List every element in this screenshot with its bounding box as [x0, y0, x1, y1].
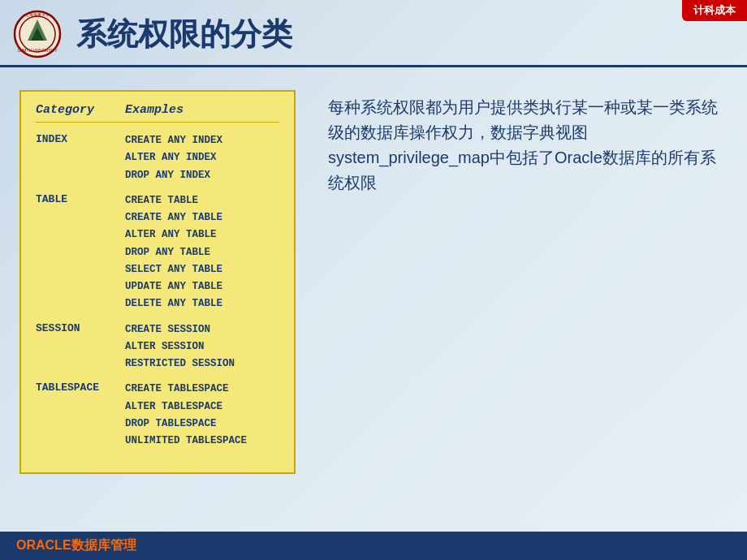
bottom-label: ORACLE数据库管理	[16, 537, 136, 554]
main-content: Category Examples INDEX CREATE ANY INDEX…	[0, 75, 747, 482]
examples-session: CREATE SESSION ALTER SESSION RESTRICTED …	[125, 321, 235, 373]
example-item: DROP TABLESPACE	[125, 416, 247, 433]
example-item: CREATE TABLE	[125, 192, 222, 209]
example-item: ALTER ANY INDEX	[125, 149, 222, 166]
col-category-header: Category	[36, 103, 125, 117]
table-row: INDEX CREATE ANY INDEX ALTER ANY INDEX D…	[36, 132, 279, 184]
examples-table: CREATE TABLE CREATE ANY TABLE ALTER ANY …	[125, 192, 222, 313]
example-item: ALTER SESSION	[125, 338, 235, 355]
table-panel: Category Examples INDEX CREATE ANY INDEX…	[19, 90, 296, 474]
examples-index: CREATE ANY INDEX ALTER ANY INDEX DROP AN…	[125, 132, 222, 184]
top-bar-text: 计科成本	[693, 4, 736, 16]
text-panel: 每种系统权限都为用户提供类执行某一种或某一类系统级的数据库操作权力，数据字典视图…	[320, 90, 728, 474]
category-index: INDEX	[36, 132, 125, 145]
table-row: SESSION CREATE SESSION ALTER SESSION RES…	[36, 321, 279, 373]
example-item: SELECT ANY TABLE	[125, 261, 222, 278]
example-item: ALTER TABLESPACE	[125, 398, 247, 416]
example-item: CREATE TABLESPACE	[125, 381, 247, 398]
examples-tablespace: CREATE TABLESPACE ALTER TABLESPACE DROP …	[125, 381, 247, 450]
example-item: RESTRICTED SESSION	[125, 355, 235, 373]
table-row: TABLE CREATE TABLE CREATE ANY TABLE ALTE…	[36, 192, 279, 313]
example-item: UPDATE ANY TABLE	[125, 278, 222, 295]
description-text1: 每种系统权限都为用户提供类执行某一种或某一类系统级的数据库操作权力，数据字典视图	[328, 95, 719, 145]
example-item: CREATE ANY TABLE	[125, 209, 222, 226]
description-text2: system_privilege_map中包括了Oracle数据库的所有系统权限	[328, 145, 719, 196]
category-tablespace: TABLESPACE	[36, 381, 125, 394]
example-item: DROP ANY INDEX	[125, 167, 222, 184]
table-row: TABLESPACE CREATE TABLESPACE ALTER TABLE…	[36, 381, 279, 450]
example-item: DELETE ANY TABLE	[125, 295, 222, 312]
category-session: SESSION	[36, 321, 125, 334]
page-title: 系统权限的分类	[76, 14, 292, 55]
table-header-row: Category Examples	[36, 103, 279, 123]
bottom-bar: ORACLE数据库管理	[0, 532, 747, 560]
example-item: CREATE ANY INDEX	[125, 132, 222, 149]
svg-text:SHMTU UNIVERSITY: SHMTU UNIVERSITY	[17, 48, 58, 53]
example-item: DROP ANY TABLE	[125, 244, 222, 261]
header: SHMTU UNIVERSITY 上海海事大学 系统权限的分类	[0, 0, 747, 67]
category-table: TABLE	[36, 192, 125, 205]
example-item: CREATE SESSION	[125, 321, 235, 338]
top-bar-label: 计科成本	[682, 0, 747, 21]
logo-icon: SHMTU UNIVERSITY 上海海事大学	[13, 10, 62, 58]
example-item: UNLIMITED TABLESPACE	[125, 433, 247, 450]
example-item: ALTER ANY TABLE	[125, 226, 222, 243]
col-examples-header: Examples	[125, 103, 184, 117]
svg-text:上海海事大学: 上海海事大学	[25, 12, 50, 17]
